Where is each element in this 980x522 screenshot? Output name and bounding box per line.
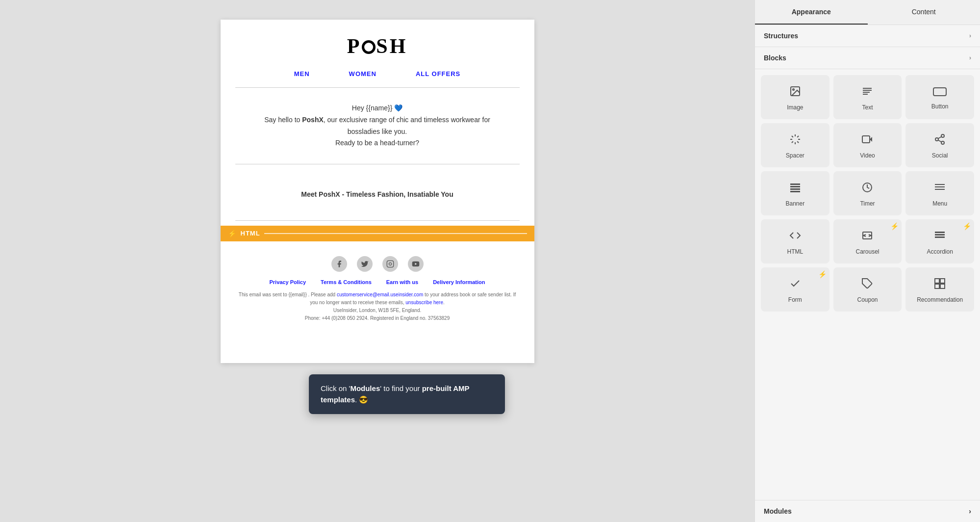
coupon-icon — [861, 278, 873, 292]
tooltip: Click on 'Modules' to find your pre-buil… — [309, 374, 505, 414]
tab-appearance[interactable]: Appearance — [755, 0, 868, 25]
footer-address: UseInsider, London, W1B 5FE, England. — [333, 308, 422, 313]
block-social[interactable]: Social — [905, 123, 974, 167]
greeting: Hey {{name}} 💙 — [250, 103, 505, 114]
nav-women[interactable]: WOMEN — [349, 70, 377, 78]
svg-point-12 — [941, 134, 944, 137]
button-icon — [933, 86, 947, 99]
svg-rect-28 — [935, 236, 945, 238]
footer-text: This email was sent to {{email}} . Pleas… — [235, 291, 520, 322]
svg-line-16 — [938, 137, 942, 139]
html-bar — [264, 233, 527, 234]
headline: Meet PoshX - Timeless Fashion, Insatiabl… — [250, 189, 505, 201]
body-paragraph: Say hello to PoshX, our exclusive range … — [250, 114, 505, 149]
block-social-label: Social — [932, 152, 948, 159]
block-video-label: Video — [860, 152, 875, 159]
instagram-icon — [382, 256, 398, 272]
block-menu[interactable]: Menu — [905, 171, 974, 215]
block-banner[interactable]: Banner — [761, 171, 829, 215]
accordion-lightning-badge: ⚡ — [963, 222, 971, 230]
email-nav: MEN WOMEN ALL OFFERS — [221, 65, 534, 85]
svg-rect-17 — [790, 183, 800, 185]
block-accordion-label: Accordion — [927, 248, 953, 255]
html-label: HTML — [241, 230, 260, 237]
email-header: PSH — [221, 20, 534, 65]
footer-email-link[interactable]: customerservice@email.useinsider.com — [337, 292, 423, 297]
svg-rect-19 — [790, 188, 800, 190]
svg-rect-23 — [935, 186, 945, 187]
footer-privacy[interactable]: Privacy Policy — [269, 279, 306, 285]
footer-unsub-link[interactable]: unsubscribe here — [405, 300, 443, 305]
text-icon — [861, 85, 873, 100]
svg-rect-20 — [790, 191, 800, 192]
blocks-label: Blocks — [764, 54, 786, 62]
blocks-grid: Image Text Button Spacer — [755, 69, 980, 317]
footer-earn[interactable]: Earn with us — [386, 279, 418, 285]
block-accordion[interactable]: ⚡ Accordion — [905, 219, 974, 263]
block-image[interactable]: Image — [761, 75, 829, 119]
svg-rect-6 — [863, 90, 872, 91]
form-icon — [789, 278, 801, 292]
carousel-icon — [861, 230, 873, 244]
footer-terms[interactable]: Terms & Conditions — [321, 279, 372, 285]
structures-section[interactable]: Structures › — [755, 25, 980, 47]
carousel-lightning-badge: ⚡ — [890, 222, 899, 230]
panel-tabs: Appearance Content — [755, 0, 980, 25]
svg-rect-10 — [862, 136, 870, 143]
svg-rect-9 — [933, 88, 946, 96]
email-container: PSH MEN WOMEN ALL OFFERS Hey {{name}} 💙 … — [221, 20, 534, 363]
tab-content[interactable]: Content — [868, 0, 980, 25]
video-icon — [861, 133, 873, 148]
email-divider-3 — [235, 220, 520, 221]
banner-icon — [789, 182, 801, 196]
nav-men[interactable]: MEN — [294, 70, 310, 78]
block-coupon-label: Coupon — [857, 296, 878, 303]
block-form[interactable]: ⚡ Form — [761, 267, 829, 312]
block-carousel[interactable]: ⚡ Carousel — [833, 219, 902, 263]
block-spacer-label: Spacer — [786, 152, 804, 159]
svg-line-15 — [938, 140, 942, 142]
block-html-label: HTML — [787, 248, 803, 255]
block-html[interactable]: HTML — [761, 219, 829, 263]
svg-rect-5 — [863, 88, 872, 89]
svg-rect-27 — [935, 234, 945, 235]
block-video[interactable]: Video — [833, 123, 902, 167]
block-coupon[interactable]: Coupon — [833, 267, 902, 312]
block-recommendation[interactable]: Recommendation — [905, 267, 974, 312]
block-timer-label: Timer — [860, 200, 875, 207]
modules-section[interactable]: Modules › — [755, 500, 980, 522]
brand-name: PoshX — [302, 116, 324, 124]
block-text[interactable]: Text — [833, 75, 902, 119]
block-button[interactable]: Button — [905, 75, 974, 119]
footer-delivery[interactable]: Delivery Information — [433, 279, 485, 285]
block-button-label: Button — [931, 103, 949, 110]
youtube-icon — [408, 256, 424, 272]
form-lightning-badge: ⚡ — [818, 270, 827, 278]
email-body: Hey {{name}} 💙 Say hello to PoshX, our e… — [221, 90, 534, 161]
footer-phone: Phone: +44 (0)208 050 2924. Registered i… — [305, 315, 450, 321]
svg-rect-8 — [863, 94, 868, 95]
headline-section: Meet PoshX - Timeless Fashion, Insatiabl… — [221, 167, 534, 218]
svg-rect-33 — [940, 284, 945, 288]
email-divider-1 — [235, 87, 520, 88]
logo: PSH — [230, 34, 525, 58]
spacer-icon — [789, 133, 801, 148]
block-carousel-label: Carousel — [855, 248, 879, 255]
svg-rect-32 — [935, 284, 939, 288]
html-lightning-icon: ⚡ — [228, 230, 237, 237]
email-footer: Privacy Policy Terms & Conditions Earn w… — [221, 246, 534, 332]
facebook-icon — [331, 256, 347, 272]
logo-o — [362, 40, 376, 54]
svg-rect-7 — [863, 92, 870, 93]
block-text-label: Text — [862, 104, 873, 111]
block-spacer[interactable]: Spacer — [761, 123, 829, 167]
block-menu-label: Menu — [932, 200, 947, 207]
svg-rect-0 — [387, 261, 393, 267]
footer-links: Privacy Policy Terms & Conditions Earn w… — [235, 279, 520, 285]
blocks-section[interactable]: Blocks › — [755, 47, 980, 69]
structures-chevron: › — [969, 32, 971, 39]
nav-offers[interactable]: ALL OFFERS — [416, 70, 460, 78]
twitter-icon — [357, 256, 373, 272]
block-timer[interactable]: Timer — [833, 171, 902, 215]
svg-point-13 — [935, 138, 938, 141]
